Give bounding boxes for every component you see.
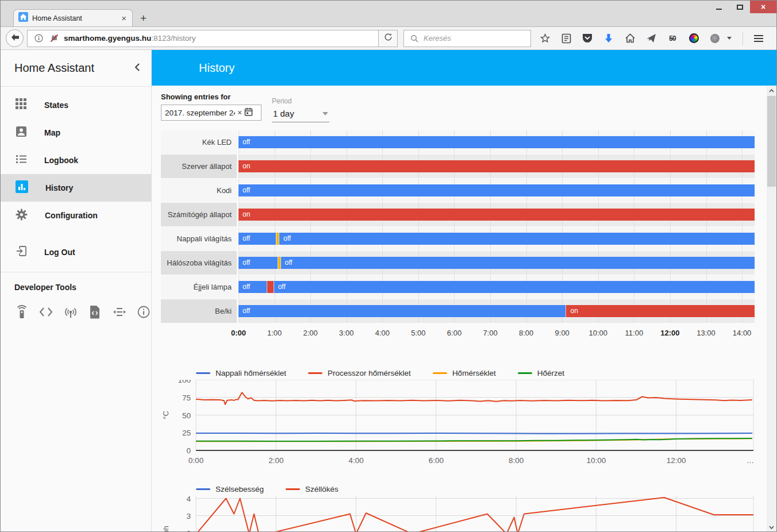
color-wheel-extension-icon[interactable] — [688, 33, 699, 44]
calendar-icon[interactable] — [244, 107, 253, 118]
time-axis-tick: 3:00 — [339, 329, 353, 337]
menu-icon[interactable] — [754, 35, 763, 42]
info-circle-icon[interactable] — [137, 304, 152, 319]
sidebar-item-label: Map — [44, 128, 60, 137]
toolbar-overflow-chevron-icon[interactable] — [727, 37, 732, 40]
timeline-segment[interactable]: off — [239, 257, 278, 269]
timeline-segment[interactable]: off — [239, 233, 276, 245]
timeline-row-label: Hálószoba világítás — [161, 251, 237, 275]
dropdown-caret-icon — [322, 112, 328, 115]
timeline-segment[interactable]: off — [274, 281, 755, 293]
sidebar-item-map[interactable]: Map — [1, 119, 151, 147]
back-button[interactable] — [6, 29, 24, 47]
adblock-extension-icon[interactable]: 50 — [667, 33, 678, 44]
timeline-segment[interactable]: off — [239, 281, 267, 293]
timeline-row-track: off — [239, 179, 755, 202]
align-arrows-icon[interactable] — [112, 304, 127, 319]
remote-icon[interactable] — [14, 304, 29, 319]
date-picker[interactable]: × — [161, 105, 261, 121]
reload-icon — [384, 33, 393, 44]
download-icon[interactable] — [603, 33, 614, 44]
y-axis-label: °C — [161, 411, 170, 419]
svg-text:…: … — [747, 456, 755, 465]
new-tab-button[interactable]: + — [140, 12, 147, 25]
tab-title: Home Assistant — [32, 14, 116, 22]
search-input[interactable] — [424, 34, 516, 43]
bookmark-star-icon[interactable] — [539, 33, 551, 44]
svg-text:10:00: 10:00 — [586, 456, 606, 465]
site-info-icon[interactable] — [33, 33, 44, 44]
search-bar[interactable] — [403, 30, 531, 47]
time-axis-tick: 12:00 — [660, 329, 679, 337]
sidebar-item-label: States — [44, 101, 68, 110]
maximize-icon — [737, 5, 743, 10]
sidebar-item-label: History — [45, 183, 73, 192]
date-clear-icon[interactable]: × — [237, 108, 242, 117]
date-input[interactable] — [165, 109, 235, 117]
sidebar-item-label: Logbook — [44, 156, 78, 165]
timeline-segment[interactable]: off — [280, 257, 755, 269]
vertical-scrollbar[interactable] — [767, 86, 776, 531]
legend-label: Processzor hőmérséklet — [328, 369, 411, 377]
legend-swatch — [518, 372, 532, 374]
toolbar-separator — [743, 32, 743, 45]
series-line — [196, 392, 752, 404]
legend-item: Nappali hőmérséklet — [196, 369, 286, 377]
sidebar-item-logbook[interactable]: Logbook — [1, 147, 151, 174]
send-tab-icon[interactable] — [645, 33, 657, 44]
scrollbar-thumb[interactable] — [767, 96, 776, 187]
sidebar-title: Home Assistant — [14, 61, 94, 75]
sidebar-item-history[interactable]: History — [1, 174, 151, 202]
browser-tab[interactable]: Home Assistant × — [13, 9, 133, 26]
scroll-down-arrow-icon[interactable] — [767, 523, 776, 531]
plugin-blocked-icon[interactable] — [48, 33, 60, 44]
window-close-button[interactable]: × — [750, 1, 776, 13]
home-icon[interactable] — [624, 33, 636, 44]
timeline-segment[interactable]: off — [239, 305, 566, 317]
home-assistant-favicon — [18, 12, 28, 24]
sidebar-collapse-icon[interactable] — [134, 63, 140, 74]
url-bar[interactable]: smarthome.gyengus.hu:8123/history — [27, 30, 379, 47]
time-axis-tick: 13:00 — [697, 329, 716, 337]
timeline-segment[interactable]: off — [239, 184, 755, 196]
code-tags-icon[interactable] — [39, 304, 54, 319]
timeline-row-track: on — [239, 155, 755, 178]
window-minimize-button[interactable] — [709, 1, 729, 13]
y-axis-label: mph — [161, 526, 170, 531]
library-icon[interactable] — [560, 33, 572, 44]
timeline-segment[interactable]: on — [239, 160, 755, 172]
sidebar-item-states[interactable]: States — [1, 91, 151, 119]
wind-chart: 234mph — [161, 496, 755, 531]
scroll-up-arrow-icon[interactable] — [767, 86, 776, 95]
sidebar-item-log-out[interactable]: Log Out — [1, 238, 151, 266]
timeline-segment[interactable] — [267, 281, 274, 293]
reload-button[interactable] — [379, 30, 398, 47]
timeline-row: Számítógép állapoton — [161, 203, 755, 226]
apps-icon — [16, 98, 27, 112]
temperature-chart-legend: Nappali hőmérsékletProcesszor hőmérsékle… — [196, 369, 755, 377]
timeline-row-track: on — [239, 203, 755, 226]
file-code-icon[interactable] — [88, 304, 103, 319]
tab-close-icon[interactable]: × — [120, 13, 128, 23]
timeline-row: Éjjeli lámpaoffoff — [161, 275, 755, 299]
list-icon — [16, 154, 27, 167]
timeline-segment[interactable]: off — [239, 136, 755, 148]
legend-item: Széllökés — [286, 485, 339, 494]
extension-icon[interactable] — [709, 33, 721, 44]
timeline-segment[interactable]: on — [566, 305, 755, 317]
svg-text:50: 50 — [182, 411, 191, 420]
sidebar-item-label: Configuration — [45, 211, 98, 220]
legend-swatch — [308, 372, 322, 374]
period-select[interactable]: 1 day — [272, 107, 329, 122]
wind-chart-block: SzélsebességSzéllökés234mph — [161, 485, 755, 531]
legend-label: Széllökés — [305, 485, 339, 494]
sidebar-item-configuration[interactable]: Configuration — [1, 202, 151, 229]
window-maximize-button[interactable] — [729, 1, 750, 13]
time-axis-tick: 7:00 — [483, 329, 497, 337]
pocket-icon[interactable] — [582, 33, 593, 44]
logout-icon — [16, 245, 27, 259]
dev-tools-label: Developer Tools — [14, 283, 151, 292]
broadcast-icon[interactable] — [63, 304, 78, 319]
timeline-segment[interactable]: on — [239, 209, 755, 221]
timeline-segment[interactable]: off — [279, 233, 755, 245]
